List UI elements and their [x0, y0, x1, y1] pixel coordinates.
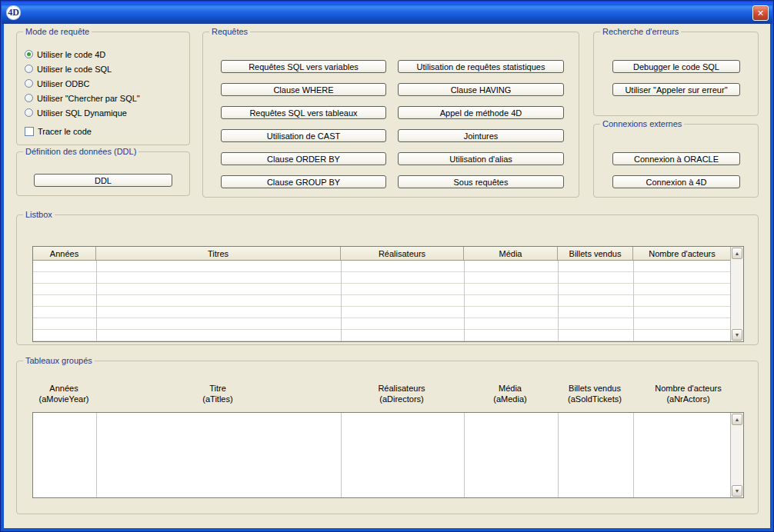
requetes-statistiques-button[interactable]: Utilisation de requêtes statistiques — [398, 60, 564, 73]
radio-label: Utiliser "Chercher par SQL" — [37, 94, 140, 103]
requetes-sql-vers-variables-button[interactable]: Requêtes SQL vers variables — [221, 60, 386, 73]
close-icon: ✕ — [757, 8, 764, 18]
radio-icon — [25, 65, 33, 73]
scroll-up-button[interactable]: ▲ — [732, 248, 742, 259]
listbox-header-row: Années Titres Réalisateurs Média Billets… — [33, 247, 743, 261]
radio-utiliser-odbc[interactable]: Utiliser ODBC — [25, 78, 140, 88]
scroll-down-button[interactable]: ▼ — [732, 329, 742, 341]
array-header-var: (aTitles) — [95, 394, 340, 404]
column-header-titres[interactable]: Titres — [96, 247, 341, 260]
radio-selected-icon — [25, 50, 33, 58]
connexion-4d-button[interactable]: Connexion à 4D — [612, 175, 740, 188]
group-recherche-erreurs: Recherche d'erreurs Debugger le code SQL… — [593, 32, 759, 116]
debugger-code-sql-button[interactable]: Debugger le code SQL — [612, 60, 740, 73]
listbox-row[interactable] — [33, 330, 743, 341]
radio-icon — [25, 79, 33, 88]
column-divider — [558, 413, 559, 497]
array-header-annees: Années (aMovieYear) — [32, 383, 95, 404]
scroll-down-icon: ▼ — [735, 488, 740, 494]
column-header-billets-vendus[interactable]: Billets vendus — [558, 247, 633, 260]
query-mode-options: Utiliser le code 4D Utiliser le code SQL… — [25, 49, 140, 136]
array-header-label: Titre — [95, 383, 340, 394]
group-mode-de-requete: Mode de requête Utiliser le code 4D Util… — [16, 32, 190, 145]
client-area: Mode de requête Utiliser le code 4D Util… — [4, 24, 770, 528]
radio-label: Utiliser ODBC — [37, 79, 89, 88]
radio-utiliser-code-4d[interactable]: Utiliser le code 4D — [25, 49, 140, 59]
radio-label: Utiliser le code 4D — [37, 50, 105, 59]
app-window: 4D ✕ Mode de requête Utiliser le code 4D… — [0, 0, 774, 532]
radio-chercher-par-sql[interactable]: Utiliser "Chercher par SQL" — [25, 93, 140, 103]
sous-requetes-button[interactable]: Sous requêtes — [398, 175, 564, 188]
listbox-row[interactable] — [33, 261, 743, 272]
listbox-body — [33, 261, 743, 341]
clause-order-by-button[interactable]: Clause ORDER BY — [221, 152, 386, 165]
utilisation-alias-button[interactable]: Utilisation d'alias — [398, 152, 564, 165]
column-divider — [341, 261, 342, 341]
array-header-label: Billets vendus — [557, 383, 632, 394]
array-header-var: (aSoldTickets) — [557, 394, 632, 404]
array-header-billets-vendus: Billets vendus (aSoldTickets) — [557, 383, 632, 404]
title-bar[interactable]: 4D ✕ — [2, 2, 772, 24]
column-divider — [96, 413, 97, 497]
column-header-nombre-acteurs[interactable]: Nombre d'acteurs — [633, 247, 732, 260]
group-requetes: Requêtes Requêtes SQL vers variables Cla… — [202, 32, 579, 198]
close-button[interactable]: ✕ — [752, 5, 769, 21]
group-title-erreurs: Recherche d'erreurs — [600, 27, 681, 37]
jointures-button[interactable]: Jointures — [398, 129, 564, 142]
listbox-row[interactable] — [33, 295, 743, 307]
ddl-button[interactable]: DDL — [34, 174, 172, 187]
group-tableaux-groupes: Tableaux groupés Années (aMovieYear) Tit… — [16, 361, 759, 514]
group-connexions-externes: Connexions externes Connexion à ORACLE C… — [593, 124, 759, 198]
radio-label: Utiliser le code SQL — [37, 65, 112, 74]
array-header-label: Nombre d'acteurs — [632, 383, 744, 394]
column-header-annees[interactable]: Années — [33, 247, 96, 260]
listbox-vertical-scrollbar[interactable]: ▲ ▼ — [730, 247, 743, 341]
scroll-down-button[interactable]: ▼ — [732, 485, 742, 497]
column-divider — [558, 261, 559, 341]
requetes-sql-vers-tableaux-button[interactable]: Requêtes SQL vers tableaux — [221, 106, 386, 119]
array-header-label: Années — [32, 383, 95, 394]
array-header-label: Média — [463, 383, 557, 394]
column-divider — [633, 413, 634, 497]
utilisation-cast-button[interactable]: Utilisation de CAST — [221, 129, 386, 142]
clause-group-by-button[interactable]: Clause GROUP BY — [221, 175, 386, 188]
appeler-sur-erreur-button[interactable]: Utiliser "Appeler sur erreur" — [612, 83, 740, 96]
array-header-titre: Titre (aTitles) — [95, 383, 340, 404]
array-header-var: (aMedia) — [463, 394, 557, 404]
group-title-ddl: Définition des données (DDL) — [23, 147, 138, 157]
column-header-media[interactable]: Média — [464, 247, 558, 260]
listbox-row[interactable] — [33, 307, 743, 318]
column-header-realisateurs[interactable]: Réalisateurs — [341, 247, 464, 260]
column-divider — [96, 261, 97, 341]
group-listbox: Listbox Années Titres Réalisateurs Média… — [16, 214, 759, 345]
group-title-listbox: Listbox — [23, 210, 55, 220]
array-header-nombre-acteurs: Nombre d'acteurs (aNrActors) — [632, 383, 744, 404]
array-header-var: (aNrActors) — [632, 394, 744, 404]
listbox-table[interactable]: Années Titres Réalisateurs Média Billets… — [32, 246, 744, 342]
scroll-up-button[interactable]: ▲ — [732, 414, 742, 425]
appel-methode-4d-button[interactable]: Appel de méthode 4D — [398, 106, 564, 119]
listbox-row[interactable] — [33, 318, 743, 330]
scroll-down-icon: ▼ — [735, 332, 740, 337]
checkbox-tracer-le-code[interactable]: Tracer le code — [25, 126, 140, 136]
array-header-var: (aDirectors) — [340, 394, 463, 404]
group-title-mode: Mode de requête — [23, 27, 92, 37]
scrollbar-track[interactable] — [731, 260, 743, 328]
arrays-vertical-scrollbar[interactable]: ▲ ▼ — [730, 413, 743, 497]
clause-where-button[interactable]: Clause WHERE — [221, 83, 386, 96]
radio-icon — [25, 108, 33, 117]
scroll-up-icon: ▲ — [735, 417, 740, 422]
scrollbar-track[interactable] — [731, 426, 743, 484]
connexion-oracle-button[interactable]: Connexion à ORACLE — [612, 152, 740, 165]
radio-utiliser-code-sql[interactable]: Utiliser le code SQL — [25, 64, 140, 74]
clause-having-button[interactable]: Clause HAVING — [398, 83, 564, 96]
app-logo-4d-icon: 4D — [6, 5, 21, 20]
column-divider — [464, 413, 465, 497]
listbox-row[interactable] — [33, 284, 743, 295]
listbox-row[interactable] — [33, 272, 743, 284]
checkbox-label: Tracer le code — [38, 127, 92, 136]
array-header-realisateurs: Réalisateurs (aDirectors) — [340, 383, 463, 404]
radio-sql-dynamique[interactable]: Utiliser SQL Dynamique — [25, 108, 140, 118]
grouped-arrays-area[interactable]: ▲ ▼ — [32, 412, 744, 498]
radio-icon — [25, 94, 33, 102]
